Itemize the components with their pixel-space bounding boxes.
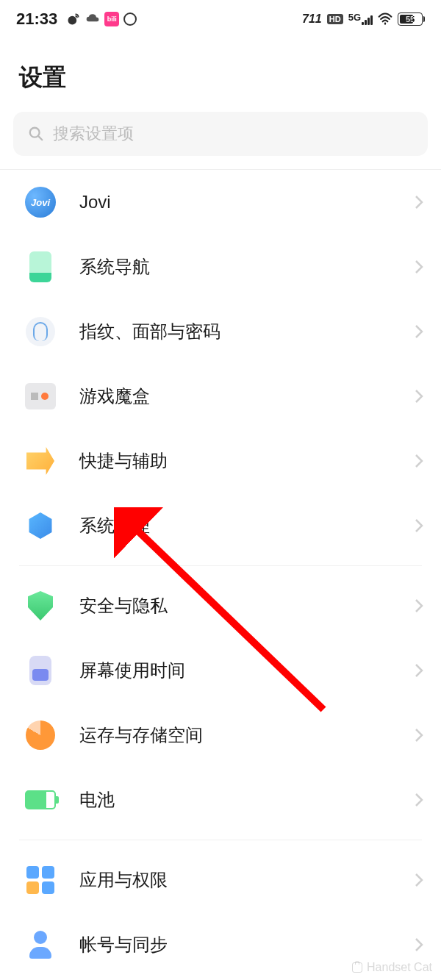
status-time: 21:33 bbox=[16, 10, 57, 29]
item-label: 指纹、面部与密码 bbox=[79, 320, 415, 343]
arrow-shortcut-icon bbox=[25, 446, 56, 476]
search-bar[interactable] bbox=[13, 112, 428, 156]
battery-icon bbox=[25, 784, 56, 815]
signal-5g-group: 5G bbox=[348, 14, 373, 25]
watermark-lock-icon bbox=[352, 962, 362, 973]
svg-line-3 bbox=[39, 137, 43, 140]
chevron-right-icon bbox=[415, 324, 423, 339]
weibo-icon bbox=[66, 12, 81, 26]
svg-point-1 bbox=[384, 23, 387, 25]
settings-item-security-privacy[interactable]: 安全与隐私 bbox=[0, 573, 441, 638]
gamepad-icon bbox=[25, 381, 56, 412]
fingerprint-icon bbox=[25, 316, 56, 347]
settings-item-apps-permissions[interactable]: 应用与权限 bbox=[0, 848, 441, 912]
chevron-right-icon bbox=[415, 195, 423, 210]
chevron-right-icon bbox=[415, 454, 423, 468]
chevron-right-icon bbox=[415, 389, 423, 404]
status-right: 711 HD 5G 55 bbox=[302, 12, 425, 26]
group-divider bbox=[19, 840, 422, 840]
screentime-icon bbox=[25, 655, 56, 686]
chevron-right-icon bbox=[415, 598, 423, 613]
settings-item-shortcut-accessibility[interactable]: 快捷与辅助 bbox=[0, 429, 441, 493]
item-label: 应用与权限 bbox=[79, 868, 415, 892]
svg-point-2 bbox=[30, 128, 40, 137]
item-label: Jovi bbox=[79, 192, 415, 212]
wifi-icon bbox=[378, 12, 392, 26]
item-label: 运存与存储空间 bbox=[79, 723, 415, 747]
page-title: 设置 bbox=[0, 35, 441, 112]
status-icons-left: bili bbox=[66, 12, 137, 26]
settings-item-screen-time[interactable]: 屏幕使用时间 bbox=[0, 638, 441, 703]
watermark: Handset Cat bbox=[352, 961, 432, 974]
account-person-icon bbox=[25, 929, 56, 960]
chevron-right-icon bbox=[415, 937, 423, 952]
signal-bars-icon bbox=[362, 15, 373, 25]
item-label: 系统管理 bbox=[79, 514, 415, 537]
group-divider bbox=[19, 565, 422, 566]
settings-item-system-management[interactable]: 系统管理 bbox=[0, 493, 441, 558]
chevron-right-icon bbox=[415, 793, 423, 807]
bilibili-icon: bili bbox=[104, 12, 119, 26]
jovi-icon: Jovi bbox=[25, 187, 56, 218]
settings-item-jovi[interactable]: Jovi Jovi bbox=[0, 170, 441, 235]
chevron-right-icon bbox=[415, 663, 423, 678]
item-label: 安全与隐私 bbox=[79, 594, 415, 618]
status-left: 21:33 bili bbox=[16, 10, 137, 29]
chevron-right-icon bbox=[415, 873, 423, 887]
settings-item-battery[interactable]: 电池 bbox=[0, 768, 441, 832]
chevron-right-icon bbox=[415, 728, 423, 743]
chevron-right-icon bbox=[415, 518, 423, 533]
hexagon-system-icon bbox=[25, 510, 56, 541]
settings-item-ram-storage[interactable]: 运存与存储空间 bbox=[0, 703, 441, 768]
item-label: 帐号与同步 bbox=[79, 933, 415, 956]
item-label: 系统导航 bbox=[79, 255, 415, 279]
hd-badge-icon: HD bbox=[327, 14, 343, 24]
storage-pie-icon bbox=[25, 720, 56, 751]
ring-icon bbox=[123, 12, 137, 26]
settings-list: Jovi Jovi 系统导航 指纹、面部与密码 游戏魔盒 快捷与辅助 系统管理 … bbox=[0, 170, 441, 977]
phone-nav-icon bbox=[25, 251, 56, 282]
item-label: 快捷与辅助 bbox=[79, 449, 415, 473]
shield-icon bbox=[25, 590, 56, 621]
item-label: 屏幕使用时间 bbox=[79, 659, 415, 682]
settings-item-fingerprint-face-password[interactable]: 指纹、面部与密码 bbox=[0, 299, 441, 364]
watermark-text: Handset Cat bbox=[367, 961, 432, 974]
battery-indicator-icon: 55 bbox=[398, 12, 425, 26]
cloud-icon bbox=[85, 12, 100, 26]
battery-percent: 55 bbox=[406, 15, 415, 24]
status-bar: 21:33 bili 711 HD 5G 55 bbox=[0, 0, 441, 35]
settings-item-system-navigation[interactable]: 系统导航 bbox=[0, 235, 441, 299]
item-label: 游戏魔盒 bbox=[79, 385, 415, 408]
search-icon bbox=[28, 126, 44, 142]
svg-point-0 bbox=[68, 16, 77, 25]
network-5g-icon: 5G bbox=[348, 12, 361, 23]
item-label: 电池 bbox=[79, 788, 415, 812]
apps-grid-icon bbox=[25, 865, 56, 895]
search-input[interactable] bbox=[53, 124, 413, 143]
settings-item-game-box[interactable]: 游戏魔盒 bbox=[0, 364, 441, 429]
network-text-icon: 711 bbox=[302, 12, 322, 26]
chevron-right-icon bbox=[415, 260, 423, 274]
